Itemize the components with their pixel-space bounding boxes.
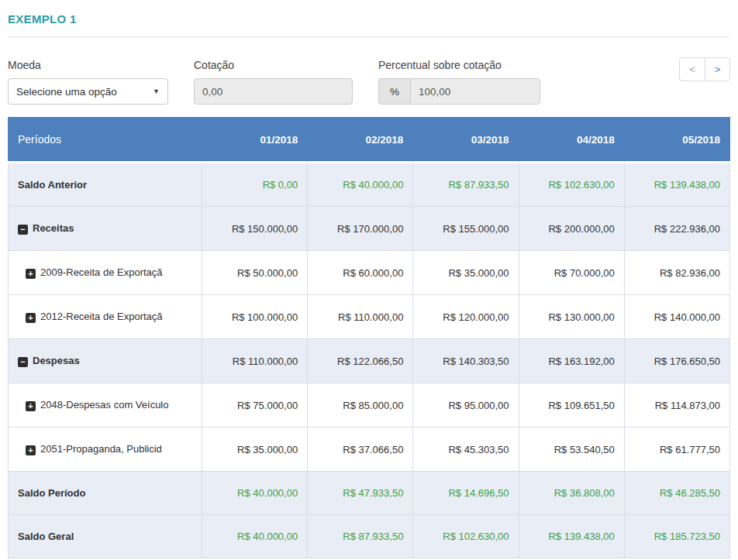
value-cell: R$ 14.696,50: [413, 472, 519, 515]
cotacao-group: Cotação: [194, 59, 353, 105]
value-cell: R$ 139.438,00: [519, 515, 624, 558]
value-cell: R$ 150.000,00: [202, 207, 308, 251]
value-cell: R$ 50.000,00: [202, 251, 308, 295]
periods-table: Períodos 01/201802/201803/201804/201805/…: [8, 117, 730, 558]
value-cell: R$ 0,00: [202, 163, 308, 207]
value-cell: R$ 70.000,00: [519, 251, 624, 295]
row-label-cell: Saldo Período: [9, 472, 202, 515]
column-header: 04/2018: [519, 118, 624, 163]
row-label: 2012-Receita de Exportaçã: [40, 311, 163, 322]
table-row: Saldo GeralR$ 40.000,00R$ 87.933,50R$ 10…: [9, 515, 730, 558]
value-cell: R$ 35.000,00: [202, 428, 308, 472]
value-cell: R$ 87.933,50: [413, 163, 519, 207]
expand-plus-square-icon[interactable]: +: [26, 401, 36, 411]
value-cell: R$ 122.066,50: [308, 339, 413, 383]
value-cell: R$ 87.933,50: [308, 515, 413, 558]
value-cell: R$ 46.285,50: [624, 472, 729, 515]
caret-down-icon: ▼: [153, 88, 160, 95]
expand-plus-square-icon[interactable]: +: [26, 269, 36, 279]
row-label: 2048-Despesas com Veículo: [40, 399, 168, 411]
table-row: +2009-Receita de ExportaçãR$ 50.000,00R$…: [9, 251, 730, 295]
percentual-label: Percentual sobre cotação: [378, 59, 541, 71]
filters-bar: Moeda Selecione uma opção ▼ Cotação Perc…: [8, 59, 730, 105]
divider: [8, 36, 730, 37]
table-row: +2012-Receita de ExportaçãR$ 100.000,00R…: [9, 295, 730, 339]
expand-plus-square-icon[interactable]: +: [26, 313, 36, 323]
column-header: 02/2018: [308, 118, 413, 163]
column-header: 01/2018: [202, 118, 308, 163]
periods-header: Períodos: [9, 118, 202, 163]
value-cell: R$ 102.630,00: [413, 515, 519, 558]
table-row: +2051-Propaganda, PublicidR$ 35.000,00R$…: [9, 428, 730, 472]
moeda-select-value: Selecione uma opção: [16, 86, 117, 98]
moeda-group: Moeda Selecione uma opção ▼: [8, 59, 168, 105]
row-label: 2009-Receita de Exportaçã: [40, 266, 163, 278]
row-label-cell: +2051-Propaganda, Publicid: [9, 428, 202, 472]
row-label: Despesas: [33, 355, 80, 366]
value-cell: R$ 61.777,50: [624, 428, 729, 472]
value-cell: R$ 100.000,00: [202, 295, 308, 339]
value-cell: R$ 40.000,00: [202, 515, 308, 558]
value-cell: R$ 163.192,00: [519, 339, 624, 383]
value-cell: R$ 53.540,50: [519, 428, 624, 472]
value-cell: R$ 95.000,00: [413, 383, 519, 428]
value-cell: R$ 40.000,00: [308, 163, 413, 207]
value-cell: R$ 60.000,00: [308, 251, 413, 295]
value-cell: R$ 155.000,00: [413, 207, 519, 251]
cotacao-input[interactable]: [194, 78, 353, 105]
value-cell: R$ 47.933,50: [308, 472, 413, 515]
value-cell: R$ 85.000,00: [308, 383, 413, 428]
expand-plus-square-icon[interactable]: +: [26, 445, 36, 455]
moeda-label: Moeda: [8, 59, 168, 71]
row-label-cell: +2009-Receita de Exportaçã: [9, 251, 202, 295]
column-header: 03/2018: [413, 118, 519, 163]
percent-addon: %: [378, 78, 410, 105]
value-cell: R$ 140.000,00: [624, 295, 729, 339]
row-label: Saldo Anterior: [18, 179, 87, 191]
prev-page-button[interactable]: <: [679, 57, 705, 81]
table-row: −ReceitasR$ 150.000,00R$ 170.000,00R$ 15…: [9, 207, 730, 251]
row-label: Receitas: [33, 222, 74, 234]
table-row: −DespesasR$ 110.000,00R$ 122.066,50R$ 14…: [9, 339, 730, 383]
value-cell: R$ 109.651,50: [519, 383, 624, 428]
moeda-select[interactable]: Selecione uma opção ▼: [8, 78, 168, 105]
value-cell: R$ 40.000,00: [202, 472, 308, 515]
value-cell: R$ 120.000,00: [413, 295, 519, 339]
row-label: Saldo Período: [18, 487, 85, 499]
percentual-input[interactable]: [410, 78, 540, 105]
value-cell: R$ 170.000,00: [308, 207, 413, 251]
value-cell: R$ 102.630,00: [519, 163, 624, 207]
value-cell: R$ 139.438,00: [624, 163, 729, 207]
collapse-minus-square-icon[interactable]: −: [18, 225, 28, 235]
cotacao-label: Cotação: [194, 59, 353, 71]
value-cell: R$ 176.650,50: [624, 339, 729, 383]
table-row: Saldo PeríodoR$ 40.000,00R$ 47.933,50R$ …: [9, 472, 730, 515]
next-page-button[interactable]: >: [705, 57, 730, 81]
collapse-minus-square-icon[interactable]: −: [18, 357, 28, 367]
value-cell: R$ 140.303,50: [413, 339, 519, 383]
row-label-cell: +2048-Despesas com Veículo: [9, 383, 202, 428]
value-cell: R$ 82.936,00: [624, 251, 729, 295]
page: EXEMPLO 1 Moeda Selecione uma opção ▼ Co…: [0, 0, 738, 558]
row-label-cell: −Receitas: [9, 207, 202, 251]
table-row: +2048-Despesas com VeículoR$ 75.000,00R$…: [9, 383, 730, 428]
percentual-group: Percentual sobre cotação %: [378, 59, 541, 105]
row-label-cell: Saldo Geral: [9, 515, 202, 558]
value-cell: R$ 200.000,00: [519, 207, 624, 251]
value-cell: R$ 185.723,50: [624, 515, 729, 558]
value-cell: R$ 110.000,00: [202, 339, 308, 383]
table-header-row: Períodos 01/201802/201803/201804/201805/…: [9, 118, 730, 163]
value-cell: R$ 130.000,00: [519, 295, 624, 339]
pagination: < >: [679, 57, 730, 81]
row-label: 2051-Propaganda, Publicid: [40, 443, 162, 455]
table-row: Saldo AnteriorR$ 0,00R$ 40.000,00R$ 87.9…: [9, 163, 730, 207]
value-cell: R$ 222.936,00: [624, 207, 729, 251]
value-cell: R$ 45.303,50: [413, 428, 519, 472]
row-label: Saldo Geral: [18, 531, 74, 542]
table-body: Saldo AnteriorR$ 0,00R$ 40.000,00R$ 87.9…: [9, 163, 730, 558]
row-label-cell: +2012-Receita de Exportaçã: [9, 295, 202, 339]
row-label-cell: Saldo Anterior: [9, 163, 202, 207]
value-cell: R$ 35.000,00: [413, 251, 519, 295]
value-cell: R$ 110.000,00: [308, 295, 413, 339]
page-title: EXEMPLO 1: [8, 0, 730, 36]
